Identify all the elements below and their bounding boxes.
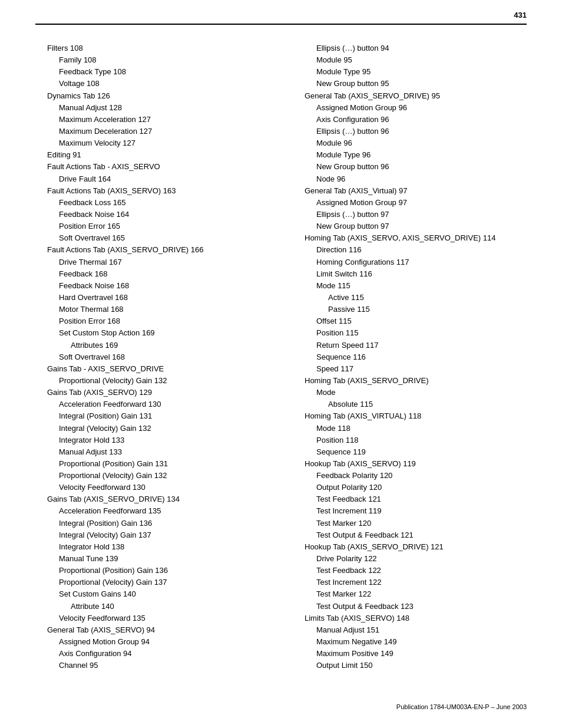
list-item: Integral (Position) Gain 131 — [35, 410, 269, 422]
list-item: Integral (Velocity) Gain 137 — [35, 529, 269, 541]
list-item: Family 108 — [35, 54, 269, 66]
entry-label: Feedback Polarity 120 — [316, 470, 527, 482]
entry-label: Manual Tune 139 — [59, 553, 269, 565]
entry-label: Feedback Loss 165 — [59, 197, 269, 209]
list-item: Test Output & Feedback 123 — [293, 601, 527, 612]
right-column: Ellipsis (…) button 94Module 95Module Ty… — [293, 42, 527, 671]
list-item: Gains Tab - AXIS_SERVO_DRIVE — [35, 363, 269, 375]
entry-label: Proportional (Position) Gain 136 — [59, 565, 269, 577]
entry-label: Homing Tab (AXIS_SERVO_DRIVE) — [305, 375, 527, 387]
list-item: Mode 118 — [293, 423, 527, 434]
list-item: Gains Tab (AXIS_SERVO) 129 — [35, 387, 269, 398]
list-item: Position Error 165 — [35, 220, 269, 232]
entry-label: Proportional (Velocity) Gain 137 — [59, 577, 269, 588]
list-item: Module Type 95 — [293, 66, 527, 78]
entry-label: Velocity Feedforward 135 — [59, 612, 269, 624]
list-item: Velocity Feedforward 135 — [35, 612, 269, 624]
entry-label: Test Increment 119 — [316, 505, 527, 517]
entry-label: Integral (Position) Gain 136 — [59, 518, 269, 529]
entry-label: Module 96 — [316, 137, 527, 149]
entry-label: Direction 116 — [316, 244, 527, 256]
entry-label: Homing Configurations 117 — [316, 256, 527, 268]
list-item: Feedback Polarity 120 — [293, 470, 527, 482]
entry-label: Assigned Motion Group 96 — [316, 102, 527, 114]
entry-label: Homing Tab (AXIS_VIRTUAL) 118 — [305, 410, 527, 422]
list-item: Ellipsis (…) button 94 — [293, 42, 527, 54]
list-item: Mode — [293, 387, 527, 398]
list-item: Assigned Motion Group 97 — [293, 197, 527, 209]
list-item: Axis Configuration 94 — [35, 648, 269, 660]
list-item: Fault Actions Tab - AXIS_SERVO — [35, 161, 269, 173]
entry-label: Proportional (Velocity) Gain 132 — [59, 375, 269, 387]
entry-label: Maximum Positive 149 — [316, 648, 527, 660]
list-item: Position Error 168 — [35, 315, 269, 327]
entry-label: Manual Adjust 128 — [59, 102, 269, 114]
entry-label: Integrator Hold 138 — [59, 541, 269, 553]
entry-label: New Group button 96 — [316, 161, 527, 173]
entry-label: Assigned Motion Group 97 — [316, 197, 527, 209]
list-item: Drive Fault 164 — [35, 173, 269, 185]
list-item: Manual Tune 139 — [35, 553, 269, 565]
entry-label: Ellipsis (…) button 97 — [316, 209, 527, 220]
entry-label: Position 115 — [316, 327, 527, 339]
entry-label: Sequence 119 — [316, 446, 527, 458]
entry-label: Integrator Hold 133 — [59, 434, 269, 446]
list-item: Speed 117 — [293, 363, 527, 375]
list-item: Manual Adjust 128 — [35, 102, 269, 114]
list-item: Proportional (Velocity) Gain 132 — [35, 375, 269, 387]
list-item: Acceleration Feedforward 135 — [35, 505, 269, 517]
list-item: Sequence 119 — [293, 446, 527, 458]
entry-label: Node 96 — [316, 173, 527, 185]
entry-label: Editing 91 — [47, 149, 269, 161]
list-item: Homing Configurations 117 — [293, 256, 527, 268]
entry-label: Set Custom Stop Action 169 — [59, 327, 269, 339]
list-item: Limit Switch 116 — [293, 268, 527, 280]
entry-label: Test Feedback 121 — [316, 493, 527, 505]
entry-label: Set Custom Gains 140 — [59, 588, 269, 600]
list-item: Drive Polarity 122 — [293, 553, 527, 565]
list-item: General Tab (AXIS_SERVO) 94 — [35, 624, 269, 636]
entry-label: Hard Overtravel 168 — [59, 292, 269, 304]
list-item: Feedback Noise 168 — [35, 280, 269, 292]
list-item: Limits Tab (AXIS_SERVO) 148 — [293, 612, 527, 624]
entry-label: Feedback 168 — [59, 268, 269, 280]
entry-label: Position 118 — [316, 434, 527, 446]
list-item: Velocity Feedforward 130 — [35, 482, 269, 493]
list-item: Proportional (Position) Gain 131 — [35, 458, 269, 470]
entry-label: Integral (Position) Gain 131 — [59, 410, 269, 422]
list-item: Direction 116 — [293, 244, 527, 256]
entry-label: Test Marker 122 — [316, 588, 527, 600]
list-item: Soft Overtravel 165 — [35, 232, 269, 244]
entry-label: Acceleration Feedforward 130 — [59, 398, 269, 410]
entry-label: Fault Actions Tab - AXIS_SERVO — [47, 161, 269, 173]
entry-label: Absolute 115 — [328, 398, 527, 410]
entry-label: Manual Adjust 151 — [316, 624, 527, 636]
list-item: Motor Thermal 168 — [35, 304, 269, 315]
entry-label: Drive Polarity 122 — [316, 553, 527, 565]
entry-label: Test Output & Feedback 123 — [316, 601, 527, 612]
list-item: Maximum Velocity 127 — [35, 137, 269, 149]
entry-label: Axis Configuration 94 — [59, 648, 269, 660]
entry-label: Test Feedback 122 — [316, 565, 527, 577]
entry-label: Dynamics Tab 126 — [47, 90, 269, 102]
entry-label: Module 95 — [316, 54, 527, 66]
list-item: Assigned Motion Group 94 — [35, 636, 269, 648]
entry-label: Output Limit 150 — [316, 660, 527, 671]
list-item: Test Increment 122 — [293, 577, 527, 588]
entry-label: New Group button 95 — [316, 78, 527, 90]
list-item: Homing Tab (AXIS_SERVO_DRIVE) — [293, 375, 527, 387]
entry-label: General Tab (AXIS_SERVO) 94 — [47, 624, 269, 636]
list-item: Set Custom Stop Action 169 — [35, 327, 269, 339]
list-item: Absolute 115 — [293, 398, 527, 410]
entry-label: Maximum Acceleration 127 — [59, 114, 269, 126]
entry-label: Attributes 169 — [71, 340, 269, 351]
entry-label: Drive Thermal 167 — [59, 256, 269, 268]
list-item: Feedback Noise 164 — [35, 209, 269, 220]
list-item: New Group button 97 — [293, 220, 527, 232]
list-item: Hookup Tab (AXIS_SERVO_DRIVE) 121 — [293, 541, 527, 553]
list-item: Mode 115 — [293, 280, 527, 292]
entry-label: Mode 118 — [316, 423, 527, 434]
list-item: Drive Thermal 167 — [35, 256, 269, 268]
entry-label: Test Marker 120 — [316, 518, 527, 529]
entry-label: Maximum Velocity 127 — [59, 137, 269, 149]
